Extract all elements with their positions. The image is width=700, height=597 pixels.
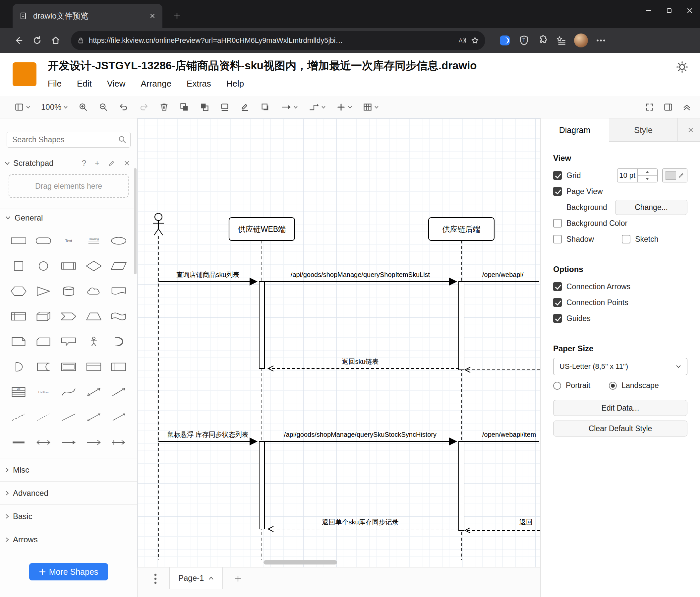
grid-size-stepper[interactable]: [638, 169, 657, 182]
shape-and-icon[interactable]: [6, 357, 31, 377]
add-page-button[interactable]: [231, 572, 245, 586]
actor-figure[interactable]: [153, 213, 164, 235]
delete-button[interactable]: [159, 102, 169, 112]
scratchpad-edit-icon[interactable]: [105, 160, 118, 167]
menu-arrange[interactable]: Arrange: [141, 79, 172, 89]
home-button[interactable]: [46, 31, 65, 50]
shape-rectangle-icon[interactable]: [6, 231, 31, 251]
format-panel-toggle-button[interactable]: [664, 102, 673, 112]
shape-bidirectional-connector-icon[interactable]: [81, 407, 106, 428]
redo-button[interactable]: [139, 102, 149, 112]
shape-trapezoid-icon[interactable]: [81, 306, 106, 327]
shape-process-icon[interactable]: [56, 256, 81, 276]
search-shapes-input[interactable]: [7, 132, 131, 148]
view-dropdown[interactable]: [15, 102, 30, 112]
connection-arrows-checkbox[interactable]: [553, 282, 562, 291]
menu-view[interactable]: View: [107, 79, 126, 89]
shape-ellipse-icon[interactable]: [106, 231, 131, 251]
scratchpad-close-icon[interactable]: [121, 160, 132, 166]
shape-directional-connector-icon[interactable]: [106, 407, 131, 428]
profile-avatar[interactable]: [574, 33, 588, 47]
more-shapes-button[interactable]: More Shapes: [29, 563, 108, 580]
menu-help[interactable]: Help: [226, 79, 244, 89]
shape-arrow-icon[interactable]: [106, 382, 131, 402]
grid-checkbox[interactable]: [553, 171, 562, 180]
shape-rounded-rectangle-icon[interactable]: [31, 231, 56, 251]
close-window-button[interactable]: [679, 0, 700, 21]
refresh-button[interactable]: [28, 31, 46, 50]
change-background-button[interactable]: Change...: [615, 200, 688, 215]
menu-edit[interactable]: Edit: [77, 79, 92, 89]
menu-file[interactable]: File: [48, 79, 61, 89]
shape-vertical-container-icon[interactable]: [106, 357, 131, 377]
scratchpad-add-icon[interactable]: +: [92, 159, 102, 168]
fullscreen-button[interactable]: [645, 102, 654, 112]
shape-callout-icon[interactable]: [56, 331, 81, 352]
portrait-radio[interactable]: [553, 382, 561, 390]
pages-menu-icon[interactable]: [149, 573, 161, 585]
grid-size-input[interactable]: 10 pt: [617, 168, 657, 183]
grid-color-button[interactable]: [662, 168, 688, 183]
shape-horizontal-container-icon[interactable]: [81, 357, 106, 377]
zoom-out-button[interactable]: [99, 102, 108, 112]
new-tab-button[interactable]: [170, 9, 184, 23]
shape-list-icon[interactable]: List: [6, 382, 31, 402]
edit-data-button[interactable]: Edit Data...: [553, 400, 688, 416]
sidebar-scrollbar[interactable]: [134, 168, 136, 274]
menu-extras[interactable]: Extras: [186, 79, 211, 89]
section-basic[interactable]: Basic: [0, 504, 137, 528]
shape-cylinder-icon[interactable]: [56, 281, 81, 302]
shape-hexagon-icon[interactable]: [6, 281, 31, 302]
extensions-puzzle-icon[interactable]: [537, 35, 548, 46]
section-arrows[interactable]: Arrows: [0, 528, 137, 551]
shape-dashed-line-icon[interactable]: [6, 407, 31, 428]
shape-arrow-right-icon[interactable]: [56, 432, 81, 453]
shape-double-arrow-icon[interactable]: [31, 432, 56, 453]
maximize-button[interactable]: [659, 0, 679, 21]
sidebar-app-icon[interactable]: [499, 34, 511, 47]
browser-tab[interactable]: drawio文件预览: [12, 4, 162, 28]
theme-toggle-sun-icon[interactable]: [675, 61, 689, 74]
shadow-checkbox[interactable]: [553, 235, 562, 243]
scratchpad-header[interactable]: Scratchpad ? +: [5, 155, 132, 171]
shape-tape-icon[interactable]: [106, 306, 131, 327]
zoom-dropdown[interactable]: 100%: [41, 102, 68, 112]
shadow-button[interactable]: [260, 102, 270, 112]
undo-button[interactable]: [119, 102, 128, 112]
section-misc[interactable]: Misc: [0, 458, 137, 481]
to-back-button[interactable]: [200, 102, 209, 112]
activation-bar[interactable]: [259, 282, 265, 368]
shape-bold-line-icon[interactable]: [6, 432, 31, 453]
activation-bar[interactable]: [459, 441, 464, 530]
back-button[interactable]: [9, 31, 28, 50]
favorites-hub-icon[interactable]: [555, 35, 567, 46]
table-dropdown[interactable]: [363, 102, 378, 112]
activation-bar[interactable]: [459, 282, 464, 370]
shape-triangle-icon[interactable]: [31, 281, 56, 302]
fill-color-button[interactable]: [220, 102, 229, 112]
shape-card-icon[interactable]: [31, 331, 56, 352]
shape-curve-icon[interactable]: [56, 382, 81, 402]
page-tab[interactable]: Page-1: [169, 568, 223, 589]
shape-or-icon[interactable]: [106, 331, 131, 352]
shape-step-icon[interactable]: [56, 306, 81, 327]
shape-diamond-icon[interactable]: [81, 256, 106, 276]
guides-checkbox[interactable]: [553, 314, 562, 323]
sequence-diagram[interactable]: 供应链WEB端 供应链后端 查询店铺商品sku列表 /api/goods/sho…: [138, 118, 540, 567]
settings-menu-icon[interactable]: [595, 35, 606, 46]
canvas-horizontal-scrollbar[interactable]: [264, 560, 337, 565]
shape-connector-arrow-icon[interactable]: [106, 432, 131, 453]
insert-dropdown[interactable]: [336, 102, 352, 112]
tab-diagram[interactable]: Diagram: [541, 118, 609, 142]
minimize-button[interactable]: [639, 0, 659, 21]
panel-close-icon[interactable]: [688, 118, 700, 142]
landscape-radio[interactable]: [609, 382, 617, 390]
shape-open-arrow-icon[interactable]: [81, 432, 106, 453]
shape-note-icon[interactable]: [6, 331, 31, 352]
line-color-button[interactable]: [240, 102, 250, 112]
background-color-checkbox[interactable]: [553, 219, 562, 228]
activation-bar[interactable]: [259, 441, 265, 529]
shape-actor-icon[interactable]: [81, 331, 106, 352]
scratchpad-help-icon[interactable]: ?: [79, 159, 89, 168]
section-general[interactable]: General: [0, 209, 137, 226]
